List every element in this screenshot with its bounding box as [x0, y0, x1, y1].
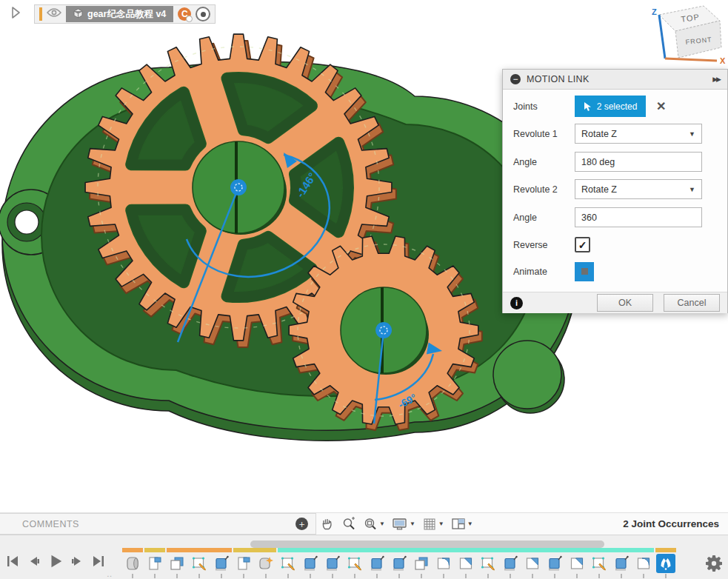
timeline-feature-fillet[interactable] [634, 554, 653, 573]
activate-radio-icon[interactable] [196, 7, 210, 21]
playback-skip-end-button[interactable] [90, 553, 107, 569]
playback-step-back-button[interactable] [26, 553, 42, 569]
x-axis-label: X [720, 56, 726, 65]
timeline-feature-chamfer[interactable] [456, 554, 475, 573]
joints-selection-button[interactable]: 2 selected [575, 96, 646, 117]
keychain-hole [15, 210, 39, 234]
display-settings-icon[interactable]: ▼ [392, 517, 415, 532]
grid-layout-icon[interactable]: ▼ [422, 517, 444, 532]
timeline-feature-extrude[interactable] [545, 554, 564, 573]
timeline-tick [398, 574, 400, 578]
timeline-feature-extrude[interactable] [390, 554, 409, 573]
timeline-feature-form[interactable] [123, 554, 142, 573]
zoom-icon[interactable] [341, 517, 356, 532]
comments-panel[interactable]: COMMENTS ＋ [0, 513, 316, 535]
timeline-feature-fillet[interactable] [434, 554, 453, 573]
timeline-tick [665, 574, 667, 578]
angle1-input[interactable]: 180 deg [575, 152, 702, 172]
reverse-row: Reverse ✓ [513, 234, 718, 255]
timeline-scrollbar[interactable] [250, 540, 604, 548]
timeline-tick [443, 574, 444, 578]
playback-play-button[interactable] [47, 553, 64, 569]
timeline-tick [554, 574, 555, 578]
timeline-tick [265, 574, 267, 578]
revolute2-dropdown[interactable]: Rotate Z▼ [575, 179, 702, 199]
timeline-feature-extrude[interactable] [212, 554, 231, 573]
timeline-feature-plane[interactable] [145, 554, 164, 573]
chevron-down-icon[interactable]: ▼ [438, 521, 444, 527]
timeline-tick [221, 574, 222, 578]
dialog-footer: i OK Cancel [503, 292, 727, 313]
timeline-feature-plane[interactable] [234, 554, 253, 573]
chevron-down-icon[interactable]: ▼ [410, 521, 415, 527]
info-icon[interactable]: i [510, 297, 523, 309]
timeline-feature-extrude[interactable] [301, 554, 320, 573]
timeline-feature-joint-selected[interactable] [656, 554, 675, 573]
timeline-feature-chamfer[interactable] [567, 554, 587, 573]
timeline-tick [132, 574, 133, 578]
timeline-group-bar[interactable] [167, 548, 232, 552]
browser-expand-arrow-icon[interactable] [9, 6, 22, 19]
angle1-label: Angle [513, 157, 575, 167]
joint-occurrences-text: 2 Joint Occurrences [623, 513, 719, 535]
timeline-feature-chamfer[interactable] [523, 554, 542, 573]
document-tab[interactable]: gear纪念品教程 v4 [66, 6, 173, 22]
timeline-group-bar[interactable] [144, 548, 165, 552]
stop-icon [581, 268, 588, 275]
timeline-feature-sketch[interactable] [278, 554, 298, 573]
timeline-tick [243, 574, 244, 578]
timeline-feature-box[interactable] [412, 554, 431, 573]
timeline-feature-sketch[interactable] [478, 554, 498, 573]
timeline-feature-sketch[interactable] [190, 554, 209, 573]
timeline-tick [354, 574, 355, 578]
timeline-feature-form-star[interactable] [256, 554, 275, 573]
timeline-tick [510, 574, 511, 578]
collapse-icon[interactable]: − [510, 74, 521, 84]
timeline-feature-box[interactable] [167, 554, 187, 573]
base-bump[interactable] [493, 341, 561, 409]
visibility-eye-icon[interactable] [47, 7, 61, 21]
chevron-down-icon[interactable]: ▼ [379, 521, 385, 527]
timeline-tick [287, 574, 289, 578]
timeline-feature-extrude[interactable] [367, 554, 387, 573]
timeline-feature-extrude[interactable] [612, 554, 631, 573]
ok-button[interactable]: OK [597, 294, 653, 312]
angle2-input[interactable]: 360 [575, 207, 702, 227]
fit-icon[interactable]: ▼ [363, 517, 385, 532]
dialog-header[interactable]: − MOTION LINK ▶▶ [503, 70, 727, 90]
timeline-feature-extrude[interactable] [501, 554, 520, 573]
playback-step-forward-button[interactable] [69, 553, 85, 569]
clear-selection-icon[interactable]: ✕ [656, 99, 666, 113]
timeline-playback-controls [4, 553, 107, 569]
timeline-feature-extrude[interactable] [323, 554, 342, 573]
add-comment-icon[interactable]: ＋ [295, 518, 308, 530]
timeline-group-bar[interactable] [233, 548, 276, 552]
active-marker [39, 7, 42, 21]
timeline-group-bar[interactable] [655, 548, 676, 552]
top-toolbar: gear纪念品教程 v4 C [0, 0, 728, 25]
playback-skip-start-button[interactable] [4, 553, 21, 569]
timeline-group-bar[interactable] [278, 548, 654, 552]
dock-arrows-icon[interactable]: ▶▶ [712, 76, 720, 83]
component-badge-icon[interactable]: C [178, 7, 191, 21]
animate-stop-button[interactable] [575, 262, 594, 281]
angle2-row: Angle 360 [513, 207, 718, 228]
timeline-feature-sketch[interactable] [590, 554, 609, 573]
timeline-tick [532, 574, 533, 578]
navigation-toolbar: ▼▼▼▼ [320, 513, 473, 535]
timeline-bar: ‥ [0, 535, 728, 579]
cancel-button[interactable]: Cancel [664, 294, 720, 312]
angle2-label: Angle [513, 212, 575, 223]
revolute1-dropdown[interactable]: Rotate Z▼ [575, 124, 702, 144]
timeline-tick [487, 574, 489, 578]
reverse-checkbox[interactable]: ✓ [575, 237, 590, 252]
pan-icon[interactable] [320, 517, 335, 532]
viewports-icon[interactable]: ▼ [451, 518, 473, 531]
timeline-tick [576, 574, 578, 578]
timeline-settings-gear-icon[interactable] [706, 555, 722, 572]
timeline-feature-sketch[interactable] [345, 554, 364, 573]
timeline-group-bar[interactable] [122, 548, 143, 552]
timeline-overflow-dots: ‥ [107, 569, 113, 579]
timeline-tick [310, 574, 311, 578]
chevron-down-icon[interactable]: ▼ [467, 521, 473, 527]
